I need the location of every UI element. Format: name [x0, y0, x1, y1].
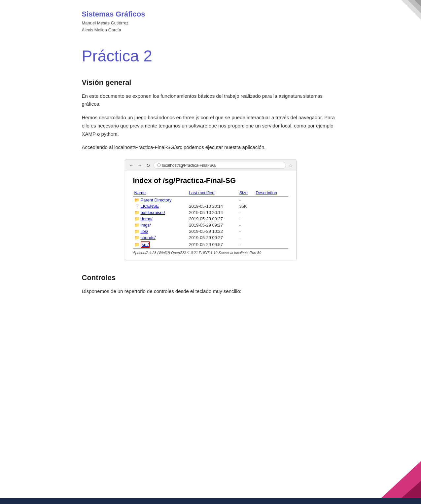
cell-description — [254, 216, 288, 222]
section-heading-vision: Visión general — [82, 78, 339, 87]
section-heading-controles: Controles — [82, 273, 339, 282]
cell-modified — [188, 197, 238, 203]
table-row: ❔LICENSE 2019-05-10 20:14 35K — [133, 203, 288, 209]
browser-toolbar: ← → ↻ ⓘ localhost/sg/Practica-Final-SG/ … — [125, 160, 296, 171]
cell-description — [254, 203, 288, 209]
dir-link[interactable]: LICENSE — [141, 204, 159, 209]
cell-name: ❔LICENSE — [133, 203, 188, 209]
cell-name: 📁src/ — [133, 241, 188, 249]
file-icon: ❔ — [134, 204, 140, 209]
page-container: Sistemas Gráficos Manuel Mesas Gutiérrez… — [62, 0, 359, 327]
cell-modified: 2019-05-29 09:27 — [188, 222, 238, 228]
vision-para-2: Hemos desarrollado un juego basándonos e… — [82, 114, 339, 138]
cell-description — [254, 197, 288, 203]
url-bar[interactable]: ⓘ localhost/sg/Practica-Final-SG/ — [154, 162, 286, 169]
dir-footer-row: Apache/2.4.28 (Win32) OpenSSL/1.0.21 PHP… — [133, 249, 288, 255]
cell-name: 📁libs/ — [133, 228, 188, 234]
bookmark-icon[interactable]: ☆ — [289, 163, 293, 168]
deco-top-right — [381, 0, 421, 40]
cell-description — [254, 209, 288, 216]
table-row: 📁imgs/ 2019-05-29 09:27 - — [133, 222, 288, 228]
svg-marker-1 — [408, 0, 421, 13]
dir-title: Index of /sg/Practica-Final-SG — [133, 176, 288, 185]
table-row: 📁libs/ 2019-05-29 10:22 - — [133, 228, 288, 234]
dir-link[interactable]: Parent Directory — [141, 198, 172, 202]
cell-size: - — [238, 222, 255, 228]
folder-icon: 📁 — [134, 223, 140, 228]
cell-size: - — [238, 241, 255, 249]
table-row: 📂Parent Directory - — [133, 197, 288, 203]
controles-para-1: Disponemos de un repertorio de controles… — [82, 287, 339, 296]
folder-icon: 📁 — [134, 216, 140, 221]
cell-size: - — [238, 216, 255, 222]
lock-icon: ⓘ — [157, 163, 161, 168]
col-modified[interactable]: Last modified — [188, 189, 238, 197]
dir-link[interactable]: battlecruiser/ — [141, 210, 165, 215]
highlight-box: src/ — [141, 241, 150, 248]
col-name[interactable]: Name — [133, 189, 188, 197]
svg-marker-2 — [414, 0, 421, 7]
dir-link[interactable]: sounds/ — [141, 235, 156, 240]
dir-footer: Apache/2.4.28 (Win32) OpenSSL/1.0.21 PHP… — [133, 249, 288, 255]
folder-icon: 📁 — [134, 242, 140, 247]
refresh-icon[interactable]: ↻ — [146, 163, 151, 168]
cell-modified: 2019-05-29 09:27 — [188, 216, 238, 222]
vision-para-1: En este documento se exponen los funcion… — [82, 92, 339, 109]
forward-icon[interactable]: → — [137, 163, 143, 168]
cell-modified: 2019-05-29 09:57 — [188, 241, 238, 249]
cell-size: - — [238, 197, 255, 203]
folder-icon: 📁 — [134, 229, 140, 234]
table-row: 📁demo/ 2019-05-29 09:27 - — [133, 216, 288, 222]
back-icon[interactable]: ← — [128, 163, 134, 168]
dir-link[interactable]: demo/ — [141, 216, 153, 221]
dir-link[interactable]: libs/ — [141, 229, 148, 234]
cell-modified: 2019-05-10 20:14 — [188, 209, 238, 216]
table-row: 📁src/ 2019-05-29 09:57 - — [133, 241, 288, 249]
cell-name: 📂Parent Directory — [133, 197, 188, 203]
svg-marker-0 — [401, 0, 421, 20]
cell-description — [254, 222, 288, 228]
cell-description — [254, 234, 288, 241]
cell-size: - — [238, 234, 255, 241]
col-description[interactable]: Description — [254, 189, 288, 197]
cell-size: - — [238, 228, 255, 234]
folder-icon: 📁 — [134, 210, 140, 215]
cell-name: 📁demo/ — [133, 216, 188, 222]
cell-size: - — [238, 209, 255, 216]
page-title: Práctica 2 — [82, 47, 339, 65]
cell-modified: 2019-05-29 09:27 — [188, 234, 238, 241]
folder-icon: 📁 — [134, 235, 140, 240]
browser-mockup: ← → ↻ ⓘ localhost/sg/Practica-Final-SG/ … — [125, 160, 297, 260]
cell-modified: 2019-05-10 20:14 — [188, 203, 238, 209]
parent-icon: 📂 — [134, 198, 140, 202]
site-title: Sistemas Gráficos — [82, 10, 339, 18]
cell-description — [254, 228, 288, 234]
cell-name: 📁sounds/ — [133, 234, 188, 241]
table-row: 📁sounds/ 2019-05-29 09:27 - — [133, 234, 288, 241]
vision-para-3: Accediendo al localhost/Practica-Final-S… — [82, 143, 339, 152]
table-row: 📁battlecruiser/ 2019-05-10 20:14 - — [133, 209, 288, 216]
cell-name: 📁imgs/ — [133, 222, 188, 228]
dir-link[interactable]: imgs/ — [141, 223, 151, 228]
url-text: localhost/sg/Practica-Final-SG/ — [162, 163, 217, 168]
cell-description — [254, 241, 288, 249]
browser-content: Index of /sg/Practica-Final-SG Name Last… — [125, 171, 296, 260]
col-size[interactable]: Size — [238, 189, 255, 197]
authors: Manuel Mesas Gutiérrez Alexis Molina Gar… — [82, 20, 339, 34]
cell-modified: 2019-05-29 10:22 — [188, 228, 238, 234]
author-2: Alexis Molina García — [82, 27, 339, 34]
cell-size: 35K — [238, 203, 255, 209]
dir-table: Name Last modified Size Description 📂Par… — [133, 189, 288, 255]
dir-link[interactable]: src/ — [142, 242, 149, 247]
author-1: Manuel Mesas Gutiérrez — [82, 20, 339, 27]
cell-name: 📁battlecruiser/ — [133, 209, 188, 216]
table-header-row: Name Last modified Size Description — [133, 189, 288, 197]
